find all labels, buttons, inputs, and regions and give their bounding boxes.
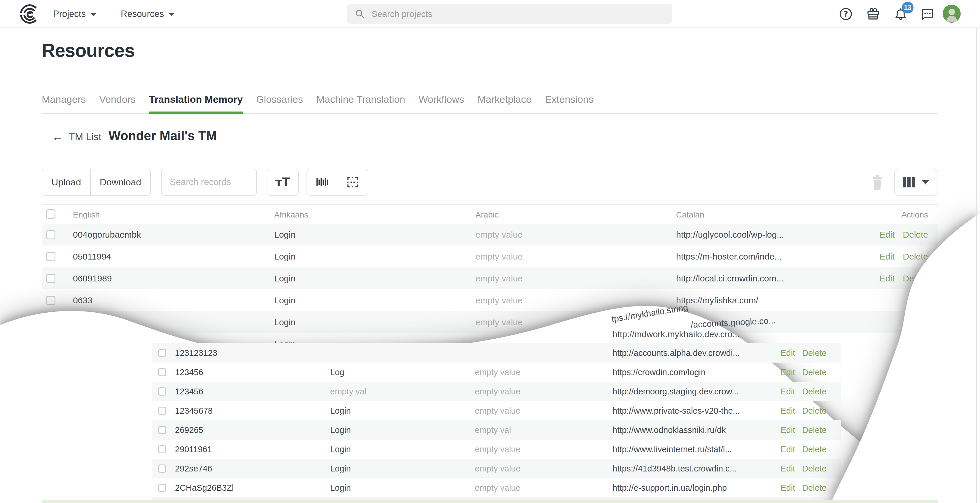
navbar: Projects Resources ? bbox=[0, 0, 980, 28]
row-actions: EditDelete bbox=[880, 252, 928, 262]
row-checkbox[interactable] bbox=[158, 349, 166, 357]
delete-link[interactable]: Delete bbox=[802, 445, 827, 454]
tab-managers[interactable]: Managers bbox=[42, 94, 86, 113]
cell-english: 05011994 bbox=[73, 252, 111, 262]
delete-link[interactable]: Delete bbox=[903, 252, 928, 262]
chat-icon[interactable] bbox=[920, 6, 935, 22]
menu-projects[interactable]: Projects bbox=[53, 0, 96, 28]
cell-arabic: empty value bbox=[476, 295, 523, 305]
edit-link[interactable]: Edit bbox=[781, 464, 795, 474]
tabs: ManagersVendorsTranslation MemoryGlossar… bbox=[42, 88, 938, 114]
search-records-input[interactable] bbox=[161, 169, 257, 196]
cell-catalan: http://www.odnoklassniki.ru/dk bbox=[612, 425, 725, 435]
row-checkbox[interactable] bbox=[46, 296, 56, 305]
table-row: Loginempty value bbox=[42, 311, 938, 333]
upload-button[interactable]: Upload bbox=[42, 169, 91, 196]
barcode-icon bbox=[316, 176, 329, 188]
table-row: 0633Loginempty valuehttps://myfishka.com… bbox=[42, 289, 938, 311]
delete-link[interactable]: Delete bbox=[802, 406, 827, 416]
row-checkbox[interactable] bbox=[46, 318, 56, 327]
row-checkbox[interactable] bbox=[158, 426, 166, 434]
row-checkbox[interactable] bbox=[158, 465, 166, 473]
table-row: 2CHaSg26B3ZlLoginempty valuehttp://e-sup… bbox=[152, 478, 841, 497]
cell-afrikaans: Login bbox=[330, 483, 351, 493]
help-icon[interactable]: ? bbox=[838, 6, 854, 22]
edit-link[interactable]: Edit bbox=[880, 230, 895, 240]
row-checkbox[interactable] bbox=[158, 407, 166, 415]
row-checkbox[interactable] bbox=[46, 274, 56, 283]
tm-title: Wonder Mail's TM bbox=[108, 128, 217, 143]
back-to-tm-list[interactable]: ← TM List bbox=[52, 131, 101, 142]
delete-link[interactable]: Delete bbox=[903, 273, 928, 283]
delete-link[interactable]: Delete bbox=[802, 387, 827, 396]
tab-machine-translation[interactable]: Machine Translation bbox=[317, 94, 405, 113]
delete-link[interactable]: Delete bbox=[802, 348, 827, 358]
column-header-catalan: Catalan bbox=[676, 210, 705, 220]
row-actions: EditDelete bbox=[781, 348, 827, 358]
table-row: 269265Loginempty valhttp://www.odnoklass… bbox=[152, 420, 841, 440]
tab-vendors[interactable]: Vendors bbox=[99, 94, 135, 113]
columns-icon bbox=[902, 176, 916, 188]
delete-link[interactable]: Delete bbox=[802, 483, 827, 493]
cell-afrikaans: Login bbox=[274, 317, 296, 327]
row-checkbox[interactable] bbox=[158, 445, 166, 453]
delete-link[interactable]: Delete bbox=[802, 464, 827, 474]
edit-link[interactable]: Edit bbox=[781, 445, 795, 454]
edit-link[interactable]: Edit bbox=[781, 425, 795, 435]
cell-english: 0633 bbox=[73, 295, 92, 305]
edit-link[interactable]: Edit bbox=[880, 252, 895, 262]
svg-text:?: ? bbox=[843, 10, 848, 18]
edit-link[interactable]: Edit bbox=[781, 387, 795, 396]
row-checkbox[interactable] bbox=[46, 252, 56, 261]
select-all-checkbox[interactable] bbox=[46, 209, 56, 219]
menu-resources[interactable]: Resources bbox=[121, 0, 174, 28]
notification-badge: 13 bbox=[902, 2, 913, 13]
edit-link[interactable]: Edit bbox=[781, 483, 795, 493]
barcode-filter-button[interactable] bbox=[307, 169, 338, 196]
chevron-down-icon bbox=[91, 13, 96, 16]
columns-dropdown-button[interactable] bbox=[894, 169, 937, 196]
search-projects-input[interactable] bbox=[372, 9, 665, 19]
trash-icon[interactable] bbox=[871, 174, 884, 190]
row-checkbox[interactable] bbox=[46, 230, 56, 240]
tab-glossaries[interactable]: Glossaries bbox=[256, 94, 303, 113]
edit-link[interactable]: Edit bbox=[781, 367, 795, 377]
cell-english: 2CHaSg26B3Zl bbox=[175, 483, 234, 493]
column-header-afrikaans: Afrikaans bbox=[274, 210, 308, 220]
download-button[interactable]: Download bbox=[91, 169, 151, 196]
avatar[interactable] bbox=[943, 5, 961, 23]
tab-marketplace[interactable]: Marketplace bbox=[477, 94, 531, 113]
delete-link[interactable]: Delete bbox=[802, 367, 827, 377]
row-checkbox[interactable] bbox=[158, 484, 166, 492]
delete-link[interactable]: Delete bbox=[802, 425, 827, 435]
frame-filter-button[interactable] bbox=[337, 169, 368, 196]
row-actions: EditDelete bbox=[880, 230, 928, 240]
back-label: TM List bbox=[69, 131, 101, 142]
row-checkbox[interactable] bbox=[46, 340, 56, 349]
cell-english: 06091989 bbox=[73, 273, 112, 283]
gift-icon[interactable] bbox=[865, 6, 881, 22]
scrollbar[interactable] bbox=[976, 28, 977, 503]
global-search bbox=[347, 5, 672, 24]
edit-link[interactable]: Edit bbox=[781, 348, 795, 358]
tab-workflows[interactable]: Workflows bbox=[418, 94, 464, 113]
edit-link[interactable]: Edit bbox=[913, 295, 928, 305]
row-actions: EditDelete bbox=[781, 425, 827, 435]
delete-link[interactable]: Delete bbox=[903, 230, 928, 240]
tab-translation-memory[interactable]: Translation Memory bbox=[149, 94, 243, 113]
bell-icon[interactable]: 13 bbox=[892, 6, 909, 22]
text-case-button[interactable]: тT bbox=[267, 169, 299, 196]
edit-link[interactable]: Edit bbox=[880, 273, 895, 283]
row-checkbox[interactable] bbox=[158, 368, 166, 376]
chevron-down-icon bbox=[922, 180, 929, 185]
cell-catalan: https://myfishka.com/ bbox=[676, 295, 758, 305]
cell-afrikaans: Login bbox=[274, 273, 296, 283]
cell-afrikaans: empty val bbox=[330, 387, 366, 396]
cell-english: 12345678 bbox=[175, 406, 213, 416]
tab-extensions[interactable]: Extensions bbox=[545, 94, 593, 113]
cell-arabic: empty value bbox=[475, 445, 520, 454]
app-logo-icon[interactable] bbox=[19, 3, 40, 24]
edit-link[interactable]: Edit bbox=[781, 406, 795, 416]
cell-catalan: http://uglycool.cool/wp-log... bbox=[676, 230, 784, 240]
row-checkbox[interactable] bbox=[158, 387, 166, 396]
